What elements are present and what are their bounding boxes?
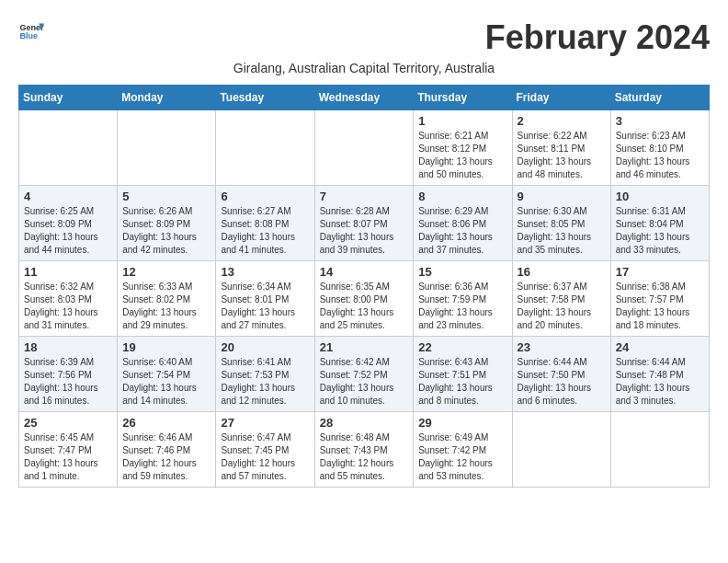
calendar-cell: 24Sunrise: 6:44 AM Sunset: 7:48 PM Dayli…: [610, 337, 709, 412]
calendar-cell: 3Sunrise: 6:23 AM Sunset: 8:10 PM Daylig…: [610, 110, 709, 186]
day-number: 17: [616, 265, 704, 279]
calendar-cell: [512, 412, 610, 488]
location-subtitle: Giralang, Australian Capital Territory, …: [18, 61, 710, 75]
day-info: Sunrise: 6:48 AM Sunset: 7:43 PM Dayligh…: [320, 431, 409, 483]
day-number: 23: [518, 340, 606, 354]
title-section: February 2024: [485, 18, 710, 57]
day-number: 28: [320, 416, 409, 430]
day-info: Sunrise: 6:21 AM Sunset: 8:12 PM Dayligh…: [418, 130, 506, 181]
day-info: Sunrise: 6:38 AM Sunset: 7:57 PM Dayligh…: [616, 281, 704, 332]
calendar-cell: 10Sunrise: 6:31 AM Sunset: 8:04 PM Dayli…: [610, 186, 709, 261]
day-number: 16: [518, 265, 606, 279]
day-number: 13: [221, 265, 309, 279]
day-info: Sunrise: 6:23 AM Sunset: 8:10 PM Dayligh…: [616, 130, 704, 181]
calendar-cell: 15Sunrise: 6:36 AM Sunset: 7:59 PM Dayli…: [414, 261, 512, 337]
day-info: Sunrise: 6:34 AM Sunset: 8:01 PM Dayligh…: [221, 281, 309, 332]
day-number: 1: [418, 114, 506, 128]
calendar-cell: 27Sunrise: 6:47 AM Sunset: 7:45 PM Dayli…: [216, 412, 314, 488]
day-number: 27: [221, 416, 309, 430]
day-info: Sunrise: 6:31 AM Sunset: 8:04 PM Dayligh…: [616, 205, 704, 257]
calendar-cell: 14Sunrise: 6:35 AM Sunset: 8:00 PM Dayli…: [314, 261, 414, 337]
day-number: 14: [320, 265, 409, 279]
page-header: General Blue February 2024: [18, 18, 710, 57]
calendar-header-thursday: Thursday: [414, 86, 512, 110]
month-year-title: February 2024: [485, 18, 710, 57]
day-number: 26: [122, 416, 210, 430]
calendar-cell: [118, 110, 216, 186]
calendar-cell: 22Sunrise: 6:43 AM Sunset: 7:51 PM Dayli…: [414, 337, 512, 412]
calendar-header-saturday: Saturday: [610, 86, 709, 110]
day-info: Sunrise: 6:27 AM Sunset: 8:08 PM Dayligh…: [221, 205, 309, 257]
day-number: 5: [122, 190, 210, 203]
calendar-cell: 29Sunrise: 6:49 AM Sunset: 7:42 PM Dayli…: [414, 412, 512, 488]
day-number: 29: [418, 416, 506, 430]
day-info: Sunrise: 6:42 AM Sunset: 7:52 PM Dayligh…: [320, 356, 409, 408]
day-info: Sunrise: 6:45 AM Sunset: 7:47 PM Dayligh…: [24, 431, 112, 483]
calendar-header-friday: Friday: [512, 86, 610, 110]
day-info: Sunrise: 6:44 AM Sunset: 7:48 PM Dayligh…: [616, 356, 704, 408]
day-info: Sunrise: 6:49 AM Sunset: 7:42 PM Dayligh…: [418, 431, 506, 483]
day-info: Sunrise: 6:30 AM Sunset: 8:05 PM Dayligh…: [518, 205, 606, 257]
calendar-cell: 11Sunrise: 6:32 AM Sunset: 8:03 PM Dayli…: [19, 261, 118, 337]
day-info: Sunrise: 6:29 AM Sunset: 8:06 PM Dayligh…: [418, 205, 506, 257]
day-number: 25: [24, 416, 112, 430]
day-number: 9: [518, 190, 606, 203]
calendar-cell: [216, 110, 314, 186]
calendar-week-row: 11Sunrise: 6:32 AM Sunset: 8:03 PM Dayli…: [19, 261, 710, 337]
calendar-cell: 26Sunrise: 6:46 AM Sunset: 7:46 PM Dayli…: [118, 412, 216, 488]
calendar-cell: 6Sunrise: 6:27 AM Sunset: 8:08 PM Daylig…: [216, 186, 314, 261]
day-number: 22: [418, 340, 506, 354]
day-info: Sunrise: 6:36 AM Sunset: 7:59 PM Dayligh…: [418, 281, 506, 332]
day-info: Sunrise: 6:41 AM Sunset: 7:53 PM Dayligh…: [221, 356, 309, 408]
day-number: 21: [320, 340, 409, 354]
day-info: Sunrise: 6:40 AM Sunset: 7:54 PM Dayligh…: [122, 356, 210, 408]
calendar-cell: [610, 412, 709, 488]
day-info: Sunrise: 6:37 AM Sunset: 7:58 PM Dayligh…: [518, 281, 606, 332]
calendar-cell: [314, 110, 414, 186]
calendar-cell: 18Sunrise: 6:39 AM Sunset: 7:56 PM Dayli…: [19, 337, 118, 412]
day-number: 6: [221, 190, 309, 203]
calendar-week-row: 18Sunrise: 6:39 AM Sunset: 7:56 PM Dayli…: [19, 337, 710, 412]
svg-text:Blue: Blue: [19, 31, 38, 40]
calendar-cell: 12Sunrise: 6:33 AM Sunset: 8:02 PM Dayli…: [118, 261, 216, 337]
calendar-cell: 13Sunrise: 6:34 AM Sunset: 8:01 PM Dayli…: [216, 261, 314, 337]
day-info: Sunrise: 6:39 AM Sunset: 7:56 PM Dayligh…: [24, 356, 112, 408]
day-number: 8: [418, 190, 506, 203]
calendar-cell: 5Sunrise: 6:26 AM Sunset: 8:09 PM Daylig…: [118, 186, 216, 261]
day-number: 15: [418, 265, 506, 279]
calendar-cell: 9Sunrise: 6:30 AM Sunset: 8:05 PM Daylig…: [512, 186, 610, 261]
day-number: 24: [616, 340, 704, 354]
logo: General Blue: [18, 18, 44, 44]
day-number: 11: [24, 265, 112, 279]
day-number: 7: [320, 190, 409, 203]
calendar-header-wednesday: Wednesday: [314, 86, 414, 110]
day-info: Sunrise: 6:33 AM Sunset: 8:02 PM Dayligh…: [122, 281, 210, 332]
calendar-week-row: 1Sunrise: 6:21 AM Sunset: 8:12 PM Daylig…: [19, 110, 710, 186]
day-number: 19: [122, 340, 210, 354]
calendar-header-monday: Monday: [118, 86, 216, 110]
day-info: Sunrise: 6:25 AM Sunset: 8:09 PM Dayligh…: [24, 205, 112, 257]
calendar-week-row: 4Sunrise: 6:25 AM Sunset: 8:09 PM Daylig…: [19, 186, 710, 261]
day-info: Sunrise: 6:44 AM Sunset: 7:50 PM Dayligh…: [518, 356, 606, 408]
calendar-cell: 4Sunrise: 6:25 AM Sunset: 8:09 PM Daylig…: [19, 186, 118, 261]
calendar-cell: 20Sunrise: 6:41 AM Sunset: 7:53 PM Dayli…: [216, 337, 314, 412]
day-info: Sunrise: 6:47 AM Sunset: 7:45 PM Dayligh…: [221, 431, 309, 483]
day-info: Sunrise: 6:26 AM Sunset: 8:09 PM Dayligh…: [122, 205, 210, 257]
calendar-header-sunday: Sunday: [19, 86, 118, 110]
calendar-cell: 23Sunrise: 6:44 AM Sunset: 7:50 PM Dayli…: [512, 337, 610, 412]
day-number: 3: [616, 114, 704, 128]
calendar-cell: 1Sunrise: 6:21 AM Sunset: 8:12 PM Daylig…: [414, 110, 512, 186]
day-info: Sunrise: 6:35 AM Sunset: 8:00 PM Dayligh…: [320, 281, 409, 332]
calendar-cell: 7Sunrise: 6:28 AM Sunset: 8:07 PM Daylig…: [314, 186, 414, 261]
calendar-week-row: 25Sunrise: 6:45 AM Sunset: 7:47 PM Dayli…: [19, 412, 710, 488]
calendar-cell: 28Sunrise: 6:48 AM Sunset: 7:43 PM Dayli…: [314, 412, 414, 488]
day-info: Sunrise: 6:46 AM Sunset: 7:46 PM Dayligh…: [122, 431, 210, 483]
calendar-cell: 19Sunrise: 6:40 AM Sunset: 7:54 PM Dayli…: [118, 337, 216, 412]
day-info: Sunrise: 6:43 AM Sunset: 7:51 PM Dayligh…: [418, 356, 506, 408]
logo-icon: General Blue: [18, 18, 44, 44]
calendar-cell: [19, 110, 118, 186]
calendar-cell: 21Sunrise: 6:42 AM Sunset: 7:52 PM Dayli…: [314, 337, 414, 412]
calendar-header-tuesday: Tuesday: [216, 86, 314, 110]
calendar-cell: 16Sunrise: 6:37 AM Sunset: 7:58 PM Dayli…: [512, 261, 610, 337]
calendar-header-row: SundayMondayTuesdayWednesdayThursdayFrid…: [19, 86, 710, 110]
